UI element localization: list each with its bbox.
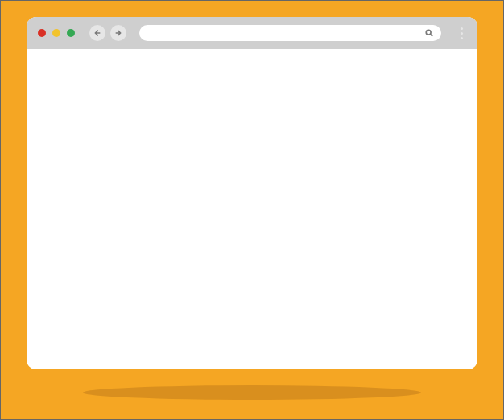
dot-icon [461, 37, 463, 39]
page-content [27, 49, 477, 369]
maximize-window-button[interactable] [67, 29, 75, 37]
address-bar[interactable] [139, 25, 441, 41]
address-input[interactable] [147, 28, 425, 38]
arrow-left-icon [93, 26, 101, 40]
window-controls [38, 29, 75, 37]
browser-window [27, 17, 477, 369]
browser-toolbar [27, 17, 477, 49]
forward-button[interactable] [110, 25, 126, 41]
minimize-window-button[interactable] [52, 29, 60, 37]
dot-icon [461, 32, 463, 35]
svg-point-0 [426, 30, 431, 35]
search-icon [425, 26, 433, 40]
menu-button[interactable] [457, 24, 466, 43]
close-window-button[interactable] [38, 29, 46, 37]
arrow-right-icon [114, 26, 122, 40]
window-shadow [83, 385, 421, 400]
nav-buttons [89, 25, 126, 41]
dot-icon [461, 27, 463, 30]
back-button[interactable] [89, 25, 105, 41]
